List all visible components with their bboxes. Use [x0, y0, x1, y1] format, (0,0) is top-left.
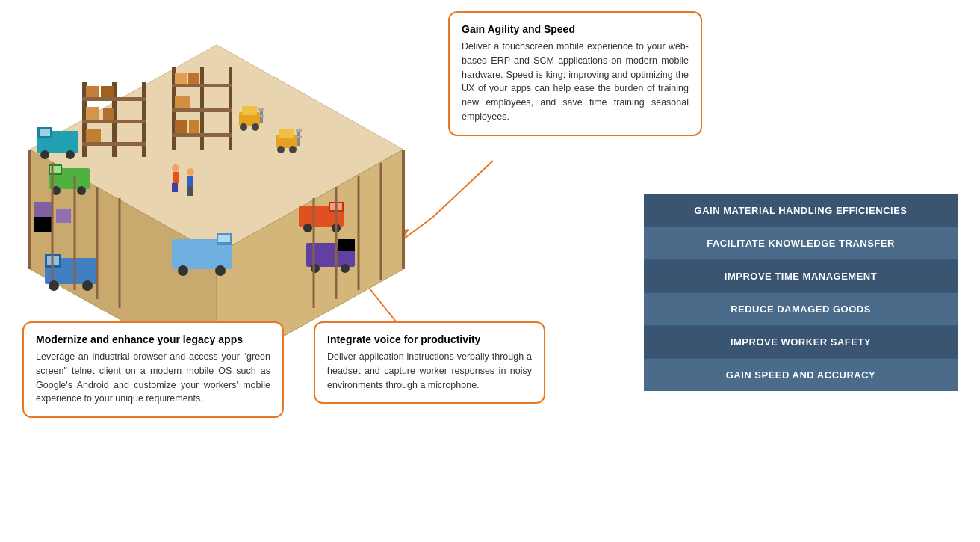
svg-point-54 — [66, 150, 75, 159]
callout-voice-text: Deliver application instructions verball… — [327, 350, 532, 392]
svg-point-38 — [289, 146, 297, 153]
svg-rect-62 — [56, 209, 71, 223]
benefit-item: IMPROVE WORKER SAFETY — [644, 326, 958, 359]
svg-rect-48 — [187, 187, 190, 196]
svg-rect-22 — [172, 133, 232, 137]
callout-voice-title: Integrate voice for productivity — [327, 333, 532, 345]
svg-point-31 — [252, 123, 259, 131]
callout-voice: Integrate voice for productivity Deliver… — [314, 321, 545, 404]
svg-rect-20 — [172, 84, 232, 87]
callout-modernize: Modernize and enhance your legacy apps L… — [22, 321, 284, 418]
svg-point-30 — [240, 123, 247, 131]
callout-agility-text: Deliver a touchscreen mobile experience … — [462, 40, 689, 124]
svg-rect-12 — [86, 86, 99, 97]
warehouse-illustration — [22, 22, 411, 336]
svg-rect-61 — [34, 217, 52, 232]
svg-rect-41 — [296, 136, 302, 138]
svg-rect-14 — [86, 107, 99, 120]
svg-point-59 — [77, 186, 86, 195]
benefits-panel: GAIN MATERIAL HANDLING EFFICIENCIESFACIL… — [644, 194, 958, 391]
svg-rect-16 — [86, 129, 101, 142]
svg-point-42 — [172, 164, 179, 172]
callout-modernize-title: Modernize and enhance your legacy apps — [36, 333, 270, 345]
benefit-item: REDUCE DAMAGED GOODS — [644, 293, 958, 326]
callout-agility: Gain Agility and Speed Deliver a touchsc… — [448, 11, 702, 136]
svg-point-75 — [311, 264, 320, 273]
svg-rect-13 — [101, 86, 114, 97]
svg-point-67 — [82, 280, 93, 291]
svg-rect-29 — [242, 106, 257, 115]
svg-point-66 — [49, 280, 59, 291]
svg-rect-60 — [34, 202, 52, 217]
main-container: Gain Agility and Speed Deliver a touchsc… — [0, 0, 980, 542]
svg-rect-79 — [218, 235, 230, 242]
svg-rect-40 — [296, 129, 302, 132]
svg-rect-26 — [175, 120, 187, 133]
svg-rect-10 — [82, 120, 146, 123]
benefit-item: GAIN SPEED AND ACCURACY — [644, 359, 958, 391]
svg-rect-21 — [172, 108, 232, 112]
svg-rect-25 — [175, 96, 190, 108]
svg-rect-34 — [258, 115, 264, 117]
svg-rect-11 — [82, 142, 146, 146]
svg-point-81 — [215, 265, 226, 276]
svg-rect-52 — [40, 129, 50, 136]
benefit-item: FACILITATE KNOWLEDGE TRANSFER — [644, 227, 958, 260]
svg-rect-45 — [175, 183, 178, 192]
svg-rect-43 — [173, 172, 179, 183]
callout-agility-title: Gain Agility and Speed — [462, 23, 689, 35]
svg-rect-27 — [189, 120, 199, 133]
svg-point-76 — [341, 264, 350, 273]
svg-point-46 — [187, 168, 194, 176]
svg-point-71 — [303, 224, 312, 232]
svg-point-53 — [40, 150, 49, 159]
svg-rect-23 — [175, 73, 187, 84]
svg-rect-74 — [338, 239, 355, 251]
svg-rect-44 — [172, 183, 175, 192]
svg-rect-33 — [258, 108, 264, 111]
svg-rect-24 — [188, 73, 199, 84]
svg-rect-36 — [279, 129, 294, 138]
benefit-item: GAIN MATERIAL HANDLING EFFICIENCIES — [644, 194, 958, 227]
svg-rect-47 — [187, 176, 193, 187]
svg-rect-15 — [103, 108, 114, 120]
svg-rect-9 — [82, 97, 146, 101]
svg-point-37 — [277, 146, 285, 153]
benefit-item: IMPROVE TIME MANAGEMENT — [644, 260, 958, 293]
callout-modernize-text: Leverage an industrial browser and acces… — [36, 350, 270, 406]
svg-point-80 — [178, 265, 188, 276]
svg-rect-49 — [190, 187, 193, 196]
